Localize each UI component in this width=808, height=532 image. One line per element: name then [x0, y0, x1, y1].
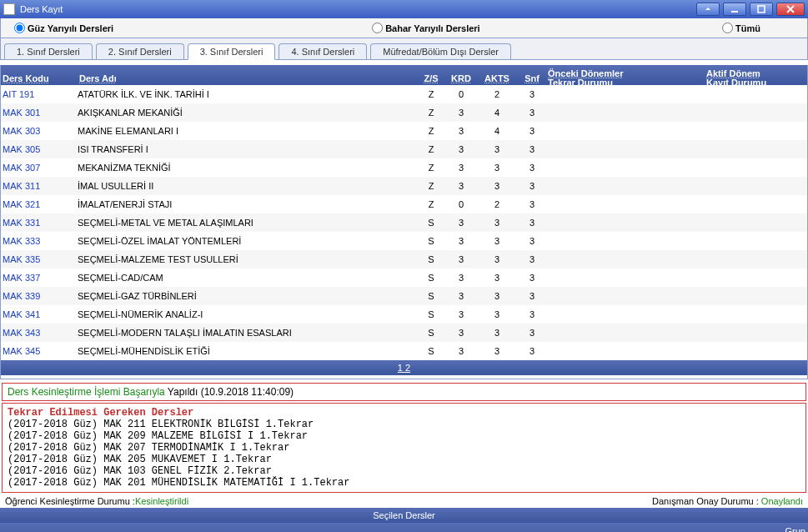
course-row[interactable]: MAK 345SEÇMELİ-MÜHENDİSLİK ETİĞİS333 [1, 342, 807, 360]
course-name: SEÇMELİ-MALZEME TEST USULLERİ [78, 254, 416, 264]
course-row[interactable]: MAK 307MEKANİZMA TEKNİĞİZ333 [1, 158, 807, 177]
course-code: MAK 331 [1, 218, 78, 228]
course-name: İMAL USULLERİ II [78, 181, 416, 191]
course-akts: 3 [476, 291, 518, 301]
course-krd: 3 [446, 346, 476, 356]
course-snf: 3 [518, 108, 546, 118]
course-zs: Z [416, 181, 446, 191]
course-row[interactable]: MAK 343SEÇMELİ-MODERN TALAŞLI İMALATIN E… [1, 324, 807, 342]
hdr-krd[interactable]: KRD [446, 69, 476, 88]
student-confirm-value: Kesinleştirildi [135, 496, 188, 506]
course-snf: 3 [518, 163, 546, 173]
course-row[interactable]: MAK 337SEÇMELİ-CAD/CAMS333 [1, 269, 807, 287]
tab-sinif-1[interactable]: 1. Sınıf Dersleri [4, 43, 93, 59]
course-krd: 3 [446, 181, 476, 191]
tab-sinif-3[interactable]: 3. Sınıf Dersleri [188, 43, 276, 60]
course-krd: 3 [446, 328, 476, 338]
app-icon [3, 3, 15, 15]
sh-tu[interactable]: T+U [390, 528, 444, 532]
course-snf: 3 [518, 346, 546, 356]
course-row[interactable]: MAK 335SEÇMELİ-MALZEME TEST USULLERİS333 [1, 250, 807, 269]
course-zs: Z [416, 144, 446, 154]
course-code: MAK 337 [1, 273, 78, 283]
course-akts: 3 [476, 328, 518, 338]
radio-tumu[interactable] [722, 23, 733, 33]
selected-courses-title: Seçilen Dersler [0, 508, 808, 523]
sh-alis[interactable]: Alış. AcNeden [582, 528, 675, 532]
close-button[interactable] [776, 3, 805, 16]
maximize-button[interactable] [750, 3, 773, 16]
minimize-button[interactable] [723, 3, 746, 16]
svg-rect-0 [731, 11, 738, 13]
course-code: MAK 307 [1, 163, 78, 173]
hdr-kodu[interactable]: Ders Kodu [1, 69, 78, 88]
pager[interactable]: 1 2 [1, 360, 807, 375]
course-row[interactable]: MAK 341SEÇMELİ-NÜMERİK ANALİZ-IS333 [1, 305, 807, 324]
sh-snf[interactable]: Snf [537, 528, 582, 532]
course-row[interactable]: MAK 311İMAL USULLERİ IIZ333 [1, 177, 807, 195]
course-zs: S [416, 218, 446, 228]
sh-krd[interactable]: Krd [444, 528, 490, 532]
course-row[interactable]: MAK 339SEÇMELİ-GAZ TÜRBİNLERİS333 [1, 287, 807, 305]
course-snf: 3 [518, 181, 546, 191]
hdr-adi[interactable]: Ders Adı [78, 69, 416, 88]
hdr-snf[interactable]: Snf [518, 69, 546, 88]
sh-grup[interactable]: Grup Kod [765, 523, 807, 532]
course-zs: S [416, 273, 446, 283]
hdr-aktif[interactable]: Aktif Dönem Kayıt Durumu [705, 65, 805, 92]
course-zs: Z [416, 108, 446, 118]
svg-rect-1 [758, 6, 765, 13]
course-name: SEÇMELİ-ÖZEL İMALAT YÖNTEMLERİ [78, 236, 416, 246]
sh-kon[interactable]: Kon [675, 528, 765, 532]
hdr-zs[interactable]: Z/S [416, 69, 446, 88]
course-code: MAK 303 [1, 126, 78, 136]
course-krd: 3 [446, 218, 476, 228]
student-confirm-label: Öğrenci Kesinleştirme Durumu : [5, 496, 135, 506]
course-zs: Z [416, 163, 446, 173]
course-name: SEÇMELİ-NÜMERİK ANALİZ-I [78, 309, 416, 319]
course-zs: S [416, 236, 446, 246]
sh-zs[interactable]: Z/S [357, 528, 390, 532]
course-akts: 3 [476, 163, 518, 173]
course-krd: 3 [446, 273, 476, 283]
course-snf: 3 [518, 254, 546, 264]
hdr-akts[interactable]: AKTS [476, 69, 518, 88]
course-code: MAK 345 [1, 346, 78, 356]
course-table-section: Ders Kodu Ders Adı Z/S KRD AKTS Snf Önce… [0, 65, 808, 379]
course-row[interactable]: MAK 305ISI TRANSFERİ IZ333 [1, 140, 807, 158]
course-code: MAK 333 [1, 236, 78, 246]
course-name: SEÇMELİ-GAZ TÜRBİNLERİ [78, 291, 416, 301]
course-zs: S [416, 328, 446, 338]
course-zs: Z [416, 199, 446, 209]
hdr-onceki[interactable]: Önceki Dönemler Tekrar Durumu [546, 65, 705, 92]
sh-kodu[interactable]: Ders Kodu [12, 528, 98, 532]
course-row[interactable]: MAK 303MAKİNE ELEMANLARI IZ343 [1, 122, 807, 140]
radio-bahar[interactable] [372, 23, 383, 33]
course-row[interactable]: MAK 333SEÇMELİ-ÖZEL İMALAT YÖNTEMLERİS33… [1, 232, 807, 250]
tab-sinif-4[interactable]: 4. Sınıf Dersleri [279, 43, 367, 59]
tab-sinif-2[interactable]: 2. Sınıf Dersleri [96, 43, 184, 59]
course-name: SEÇMELİ-CAD/CAM [78, 273, 416, 283]
course-zs: S [416, 346, 446, 356]
course-code: MAK 301 [1, 108, 78, 118]
course-row[interactable]: MAK 301AKIŞKANLAR MEKANİĞİZ343 [1, 103, 807, 122]
course-name: ISI TRANSFERİ I [78, 144, 416, 154]
course-row[interactable]: MAK 331SEÇMELİ-METAL VE METAL ALAŞIMLARI… [1, 213, 807, 232]
tab-mufredat[interactable]: Müfredat/Bölüm Dışı Dersler [370, 43, 511, 59]
course-zs: S [416, 291, 446, 301]
course-code: AIT 191 [1, 89, 78, 99]
winbtn-1[interactable] [696, 3, 720, 16]
course-krd: 3 [446, 291, 476, 301]
course-name: SEÇMELİ-METAL VE METAL ALAŞIMLARI [78, 218, 416, 228]
course-akts: 3 [476, 254, 518, 264]
course-code: MAK 339 [1, 291, 78, 301]
course-krd: 3 [446, 108, 476, 118]
course-krd: 3 [446, 309, 476, 319]
sh-adi[interactable]: Ders Adı [98, 528, 357, 532]
radio-guz[interactable] [14, 23, 25, 33]
sh-akts[interactable]: AKTS [490, 528, 537, 532]
sh-sb[interactable]: Sb. [0, 528, 12, 532]
course-snf: 3 [518, 291, 546, 301]
course-zs: S [416, 309, 446, 319]
course-row[interactable]: MAK 321İMALAT/ENERJİ STAJIZ023 [1, 195, 807, 213]
